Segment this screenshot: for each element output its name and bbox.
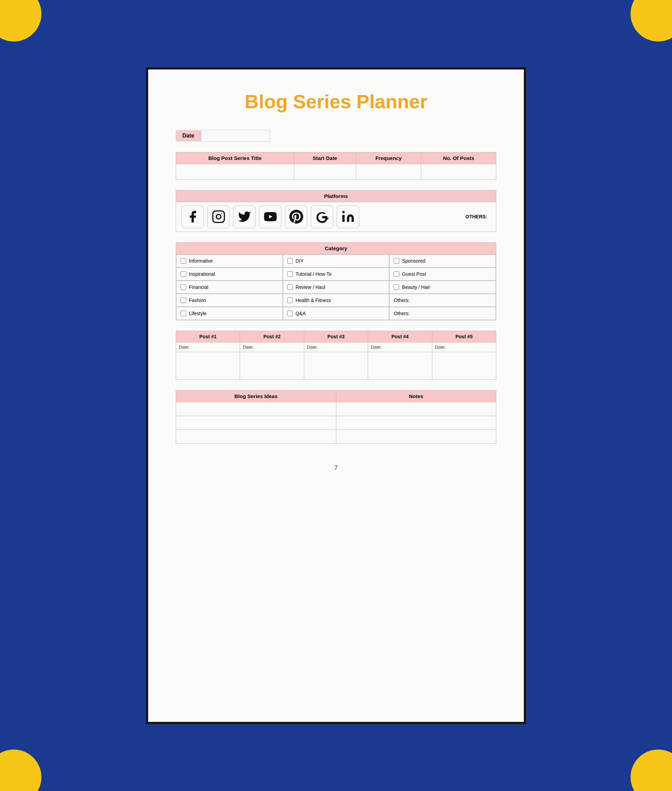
posts-table: Post #1 Post #2 Post #3 Post #4 Post #5 …	[176, 331, 496, 380]
post5-date-label: Date:	[432, 342, 496, 352]
category-review[interactable]: Review / Haul	[283, 281, 390, 294]
page-number: 7	[176, 464, 496, 472]
category-qa[interactable]: Q&A	[283, 307, 390, 320]
post2-header: Post #2	[240, 331, 304, 342]
checkbox-beauty[interactable]	[394, 284, 399, 290]
category-health[interactable]: Health & Fitness	[283, 294, 390, 307]
ideas-row2-right[interactable]	[336, 416, 496, 430]
checkbox-health[interactable]	[287, 298, 293, 303]
ideas-row3-left[interactable]	[176, 430, 336, 443]
series-title-cell[interactable]	[176, 164, 294, 179]
ideas-row1-left[interactable]	[176, 402, 336, 416]
date-input[interactable]	[201, 130, 270, 142]
category-grid: Informative DIY Sponsored Inspirational …	[176, 254, 496, 320]
instagram-icon[interactable]	[207, 205, 230, 228]
category-tutorial[interactable]: Tutorial / How To	[283, 268, 390, 281]
facebook-icon[interactable]	[181, 205, 204, 228]
post1-header: Post #1	[176, 331, 240, 342]
checkbox-qa[interactable]	[287, 311, 293, 316]
ideas-notes-table: Blog Series Ideas Notes	[176, 390, 496, 444]
checkbox-financial[interactable]	[181, 284, 186, 290]
start-date-cell[interactable]	[294, 164, 356, 179]
category-inspirational[interactable]: Inspirational	[176, 268, 283, 281]
num-posts-header: No. Of Posts	[421, 152, 496, 164]
ideas-row2-left[interactable]	[176, 416, 336, 430]
category-lifestyle[interactable]: Lifestyle	[176, 307, 283, 320]
frequency-cell[interactable]	[356, 164, 421, 179]
series-title-header: Blog Post Series Title	[176, 152, 294, 164]
category-beauty[interactable]: Beauty / Hair	[389, 281, 496, 294]
post1-date-label: Date:	[176, 342, 240, 352]
post4-header: Post #4	[368, 331, 432, 342]
post4-date-label: Date:	[368, 342, 432, 352]
post5-header: Post #5	[432, 331, 496, 342]
svg-point-2	[221, 213, 222, 214]
corner-decoration-br	[630, 749, 672, 791]
date-label: Date	[176, 130, 201, 141]
post2-content[interactable]	[240, 352, 304, 379]
frequency-header: Frequency	[356, 152, 421, 164]
date-row: Date	[176, 130, 496, 142]
svg-rect-0	[213, 211, 224, 222]
google-plus-icon[interactable]	[311, 205, 333, 228]
post1-content[interactable]	[176, 352, 240, 379]
ideas-header: Blog Series Ideas	[176, 390, 336, 402]
twitter-icon[interactable]	[233, 205, 256, 228]
category-guest-post[interactable]: Guest Post	[389, 268, 496, 281]
notes-header: Notes	[336, 390, 496, 402]
pinterest-icon[interactable]	[285, 205, 307, 228]
platforms-section: Platforms	[176, 190, 496, 232]
youtube-icon[interactable]	[259, 205, 282, 228]
ideas-row1-right[interactable]	[336, 402, 496, 416]
checkbox-guest-post[interactable]	[394, 271, 399, 277]
others-label: OTHERS:	[466, 214, 491, 220]
category-sponsored[interactable]: Sponsored	[389, 254, 496, 268]
checkbox-diy[interactable]	[287, 258, 293, 264]
category-others-2[interactable]: Others:	[389, 307, 496, 320]
corner-decoration-tl	[0, 0, 42, 42]
start-date-header: Start Date	[294, 152, 356, 164]
checkbox-lifestyle[interactable]	[181, 311, 186, 316]
category-informative[interactable]: Informative	[176, 254, 283, 268]
linkedin-icon[interactable]	[337, 205, 359, 228]
post3-date-label: Date:	[304, 342, 368, 352]
category-others-1[interactable]: Others:	[389, 294, 496, 307]
checkbox-inspirational[interactable]	[181, 271, 186, 277]
ideas-row3-right[interactable]	[336, 430, 496, 443]
category-financial[interactable]: Financial	[176, 281, 283, 294]
post4-content[interactable]	[368, 352, 432, 379]
paper-document: Blog Series Planner Date Blog Post Serie…	[146, 67, 526, 724]
checkbox-sponsored[interactable]	[394, 258, 399, 264]
checkbox-fashion[interactable]	[181, 298, 186, 303]
num-posts-cell[interactable]	[421, 164, 496, 179]
platforms-icons-row: OTHERS:	[176, 202, 496, 231]
post5-content[interactable]	[432, 352, 496, 379]
checkbox-tutorial[interactable]	[287, 271, 293, 277]
category-section: Category Informative DIY Sponsored Inspi…	[176, 242, 496, 320]
category-header: Category	[176, 242, 496, 254]
post3-content[interactable]	[304, 352, 368, 379]
post2-date-label: Date:	[240, 342, 304, 352]
svg-point-1	[216, 214, 221, 219]
series-info-table: Blog Post Series Title Start Date Freque…	[176, 152, 496, 180]
page-title: Blog Series Planner	[176, 90, 496, 113]
corner-decoration-bl	[0, 749, 42, 791]
checkbox-review[interactable]	[287, 284, 293, 290]
category-diy[interactable]: DIY	[283, 254, 390, 268]
corner-decoration-tr	[630, 0, 672, 42]
svg-point-4	[342, 211, 345, 213]
checkbox-informative[interactable]	[181, 258, 186, 264]
platforms-header: Platforms	[176, 190, 496, 202]
post3-header: Post #3	[304, 331, 368, 342]
category-fashion[interactable]: Fashion	[176, 294, 283, 307]
